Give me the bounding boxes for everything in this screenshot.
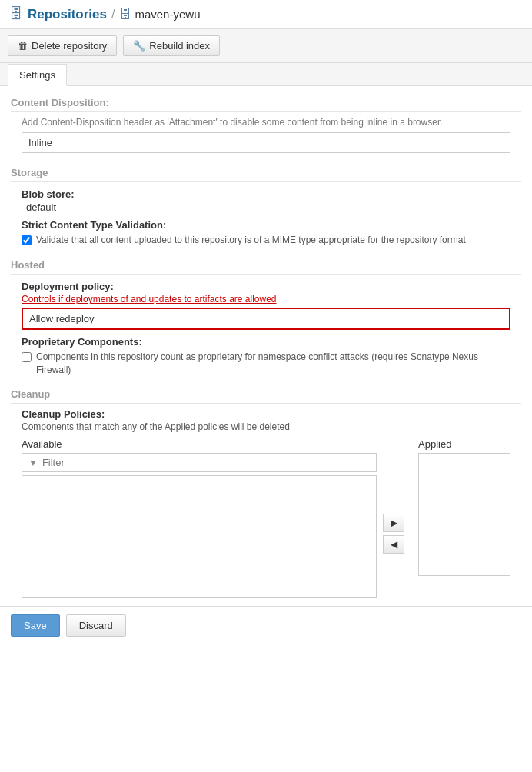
- blob-store-value: default: [26, 201, 510, 213]
- cleanup-policies: Cleanup Policies: Components that match …: [22, 408, 510, 598]
- footer: Save Discard: [0, 606, 532, 644]
- deployment-policy-wrapper: Allow redeploy Disable redeploy Read-onl…: [22, 308, 510, 330]
- filter-icon: ▼: [28, 458, 38, 468]
- deployment-policy-select[interactable]: Allow redeploy Disable redeploy Read-onl…: [22, 308, 510, 330]
- available-label: Available: [22, 438, 377, 450]
- toolbar: 🗑 Delete repository 🔧 Rebuild index: [0, 29, 532, 63]
- header-title: Repositories: [28, 7, 107, 22]
- proprietary-row: Components in this repository count as p…: [22, 351, 510, 377]
- proprietary-checkbox[interactable]: [22, 352, 32, 362]
- content-disposition-desc: Add Content-Disposition header as 'Attac…: [22, 117, 510, 128]
- cleanup-header: Cleanup: [11, 381, 521, 404]
- content-disposition-header: Content Disposition:: [11, 89, 521, 112]
- hosted-section: Hosted Deployment policy: Controls if de…: [11, 251, 521, 377]
- settings-tab[interactable]: Settings: [8, 64, 67, 86]
- strict-content-desc: Validate that all content uploaded to th…: [36, 234, 466, 247]
- proprietary-desc: Components in this repository count as p…: [36, 351, 510, 377]
- applied-column: Applied: [411, 438, 510, 598]
- right-arrow-icon: ▶: [391, 517, 397, 528]
- blob-store-label: Blob store:: [22, 188, 521, 200]
- storage-section: Storage Blob store: default Strict Conte…: [11, 159, 521, 247]
- delete-button-label: Delete repository: [32, 40, 107, 52]
- delete-repository-button[interactable]: 🗑 Delete repository: [8, 35, 117, 56]
- tab-bar: Settings: [0, 63, 532, 86]
- strict-content-row: Validate that all content uploaded to th…: [22, 234, 510, 247]
- applied-list[interactable]: [418, 453, 510, 576]
- rebuild-button-label: Rebuild index: [149, 40, 210, 52]
- rebuild-index-button[interactable]: 🔧 Rebuild index: [123, 35, 220, 56]
- proprietary-label: Proprietary Components:: [22, 336, 521, 348]
- repositories-icon: 🗄: [9, 6, 23, 22]
- strict-content-checkbox[interactable]: [22, 235, 32, 245]
- storage-header: Storage: [11, 159, 521, 182]
- content-disposition-section: Content Disposition: Add Content-Disposi…: [11, 89, 521, 153]
- delete-icon: 🗑: [18, 40, 28, 52]
- discard-button[interactable]: Discard: [66, 614, 126, 637]
- transfer-right-button[interactable]: ▶: [383, 514, 404, 532]
- filter-input-container: ▼: [22, 453, 377, 472]
- applied-label: Applied: [418, 438, 510, 450]
- repo-icon: 🗄: [119, 8, 131, 22]
- filter-input[interactable]: [42, 457, 370, 468]
- available-list[interactable]: [22, 475, 377, 598]
- rebuild-icon: 🔧: [133, 40, 145, 52]
- content-disposition-input[interactable]: [22, 132, 510, 153]
- left-arrow-icon: ◀: [391, 539, 397, 550]
- strict-content-label: Strict Content Type Validation:: [22, 219, 521, 231]
- header-separator: /: [111, 8, 115, 22]
- cleanup-section: Cleanup Cleanup Policies: Components tha…: [11, 381, 521, 598]
- cleanup-columns: Available ▼ ▶ ◀: [22, 438, 510, 598]
- main-content: Content Disposition: Add Content-Disposi…: [0, 89, 532, 598]
- repo-name: maven-yewu: [135, 8, 200, 21]
- hosted-header: Hosted: [11, 251, 521, 275]
- deployment-policy-desc: Controls if deployments of and updates t…: [22, 294, 510, 304]
- transfer-left-button[interactable]: ◀: [383, 535, 404, 554]
- transfer-buttons: ▶ ◀: [377, 438, 411, 598]
- save-button[interactable]: Save: [11, 614, 60, 637]
- cleanup-policies-label: Cleanup Policies:: [22, 408, 510, 420]
- deployment-policy-label: Deployment policy:: [22, 281, 521, 292]
- cleanup-policies-desc: Components that match any of the Applied…: [22, 421, 510, 432]
- header: 🗄 Repositories / 🗄 maven-yewu: [0, 0, 532, 29]
- available-column: Available ▼: [22, 438, 377, 598]
